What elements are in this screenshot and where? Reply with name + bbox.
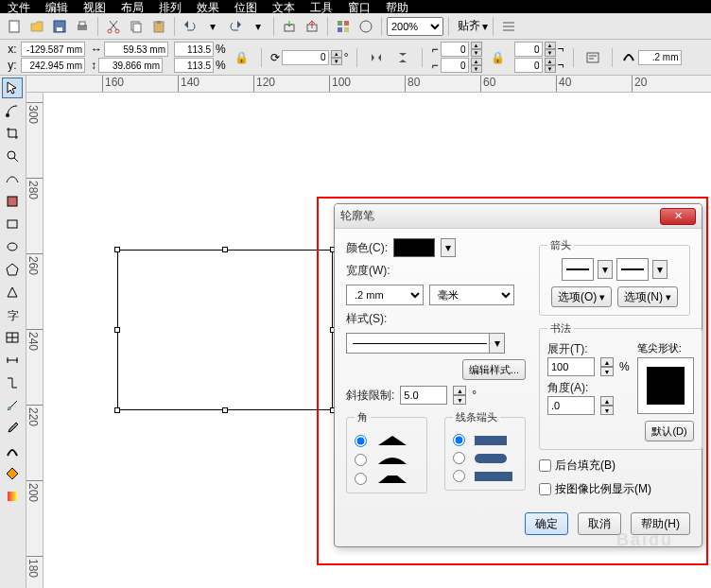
ellipse-tool-icon[interactable] (2, 236, 23, 257)
rotation-input[interactable] (282, 50, 329, 65)
zoom-select[interactable]: 200% (387, 17, 443, 36)
menu-item[interactable]: 排列 (151, 0, 189, 13)
scale-with-image-checkbox[interactable] (539, 483, 551, 495)
y-input[interactable] (21, 58, 85, 73)
save-icon[interactable] (49, 16, 70, 37)
corner-input[interactable] (514, 42, 543, 57)
snap-dropdown-icon[interactable]: ▾ (482, 20, 488, 33)
freehand-tool-icon[interactable] (2, 168, 23, 189)
basic-shapes-icon[interactable] (2, 282, 23, 303)
width-select[interactable]: .2 mm (346, 285, 424, 305)
cap-round-radio[interactable] (453, 452, 465, 464)
close-button[interactable]: ✕ (660, 208, 696, 225)
interactive-fill-icon[interactable] (2, 486, 23, 507)
spinner[interactable]: ▲▼ (545, 42, 556, 57)
undo-icon[interactable] (180, 16, 200, 37)
app-launcher-icon[interactable] (333, 16, 354, 37)
style-select[interactable]: ▾ (346, 333, 505, 354)
behind-fill-checkbox[interactable] (539, 459, 551, 472)
miter-spinner[interactable]: ▲▼ (453, 386, 466, 405)
rectangle-tool-icon[interactable] (2, 214, 23, 234)
stretch-input[interactable] (547, 357, 595, 376)
height-input[interactable] (98, 58, 163, 73)
corner-input[interactable] (514, 58, 543, 73)
table-tool-icon[interactable] (2, 327, 23, 348)
wrap-text-icon[interactable] (582, 47, 603, 68)
redo-dropdown-icon[interactable]: ▾ (248, 16, 269, 37)
x-input[interactable] (21, 42, 85, 57)
help-button[interactable]: 帮助(H) (631, 512, 690, 535)
miter-input[interactable] (400, 386, 447, 405)
color-dropdown-icon[interactable]: ▾ (441, 238, 456, 257)
corner-bevel-radio[interactable] (355, 473, 367, 485)
lock-corners-icon[interactable]: 🔒 (488, 47, 509, 68)
ok-button[interactable]: 确定 (525, 512, 568, 535)
spinner[interactable]: ▲▼ (471, 58, 482, 73)
corner-round-radio[interactable] (355, 454, 367, 466)
arrow-options-right[interactable]: 选项(N) ▾ (617, 286, 678, 307)
menu-item[interactable]: 位图 (227, 0, 265, 13)
menu-item[interactable]: 视图 (76, 0, 113, 13)
color-well[interactable] (393, 238, 435, 257)
menu-item[interactable]: 帮助 (378, 0, 416, 13)
default-button[interactable]: 默认(D) (645, 421, 693, 441)
options-icon[interactable] (498, 16, 519, 37)
shape-tool-icon[interactable] (2, 100, 23, 121)
paste-icon[interactable] (148, 16, 169, 37)
fill-tool-icon[interactable] (2, 463, 23, 484)
effects-tool-icon[interactable] (2, 395, 23, 416)
outline-tool-icon[interactable] (2, 441, 23, 461)
corner-miter-radio[interactable] (355, 435, 367, 447)
polygon-tool-icon[interactable] (2, 259, 23, 280)
arrow-options-left[interactable]: 选项(O) ▾ (551, 286, 612, 307)
spinner[interactable]: ▲▼ (545, 58, 556, 73)
welcome-icon[interactable] (356, 16, 376, 37)
eyedropper-tool-icon[interactable] (2, 418, 23, 439)
angle-spinner[interactable]: ▲▼ (600, 396, 614, 415)
width-input[interactable] (104, 42, 168, 57)
text-tool-icon[interactable]: 字 (2, 304, 23, 325)
lock-ratio-icon[interactable]: 🔒 (232, 47, 252, 68)
menu-item[interactable]: 窗口 (340, 0, 378, 13)
zoom-tool-icon[interactable] (2, 146, 23, 166)
cut-icon[interactable] (103, 16, 124, 37)
open-icon[interactable] (26, 16, 47, 37)
stretch-spinner[interactable]: ▲▼ (600, 357, 614, 376)
mirror-v-icon[interactable] (392, 47, 413, 68)
scale-x-input[interactable] (174, 42, 214, 57)
menu-item[interactable]: 工具 (303, 0, 340, 13)
edit-style-button[interactable]: 编辑样式... (462, 359, 526, 380)
arrow-end-dropdown[interactable]: ▾ (652, 260, 668, 279)
connector-tool-icon[interactable] (2, 372, 23, 393)
redo-icon[interactable] (225, 16, 246, 37)
cap-flat-radio[interactable] (453, 434, 465, 446)
mirror-h-icon[interactable] (366, 47, 387, 68)
scale-y-input[interactable] (174, 58, 214, 73)
menu-item[interactable]: 效果 (189, 0, 227, 13)
new-icon[interactable] (4, 16, 25, 37)
cancel-button[interactable]: 取消 (578, 512, 621, 535)
dimension-tool-icon[interactable] (2, 350, 23, 371)
arrow-start-dropdown[interactable]: ▾ (598, 260, 613, 279)
rotation-spinner[interactable]: ▲▼ (331, 50, 342, 65)
menu-item[interactable]: 文件 (0, 0, 38, 13)
menu-item[interactable]: 文本 (265, 0, 303, 13)
cap-square-radio[interactable] (453, 470, 465, 482)
menu-item[interactable]: 布局 (113, 0, 151, 13)
export-icon[interactable] (302, 16, 322, 37)
copy-icon[interactable] (126, 16, 147, 37)
selected-rectangle[interactable] (117, 250, 333, 410)
spinner[interactable]: ▲▼ (471, 42, 482, 57)
import-icon[interactable] (279, 16, 300, 37)
smart-fill-icon[interactable] (2, 191, 23, 212)
pick-tool-icon[interactable] (2, 78, 23, 98)
corner-input[interactable] (441, 58, 469, 73)
unit-select[interactable]: 毫米 (429, 285, 514, 305)
outline-width-input[interactable] (638, 50, 682, 65)
corner-input[interactable] (441, 42, 469, 57)
print-icon[interactable] (72, 16, 93, 37)
crop-tool-icon[interactable] (2, 123, 23, 144)
undo-dropdown-icon[interactable]: ▾ (202, 16, 223, 37)
menu-item[interactable]: 编辑 (38, 0, 76, 13)
angle-input[interactable] (547, 396, 595, 415)
